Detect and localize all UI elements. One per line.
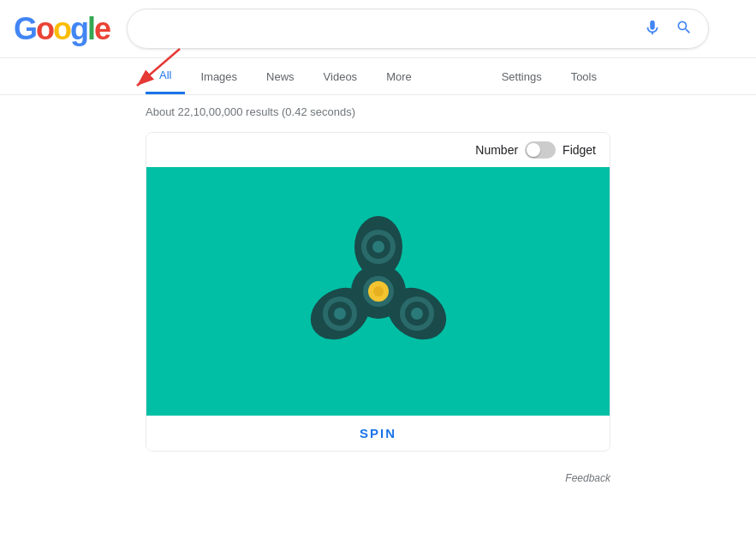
fidget-spinner-svg — [284, 197, 473, 386]
nav-item-videos[interactable]: Videos — [310, 60, 372, 93]
search-bar: Spinner — [127, 9, 709, 49]
search-input[interactable]: Spinner — [141, 20, 641, 38]
feedback-link[interactable]: Feedback — [565, 472, 610, 484]
logo-letter-e: e — [94, 11, 110, 46]
logo-letter-o1: o — [36, 11, 53, 46]
feedback-bar: Feedback — [0, 469, 756, 488]
mic-icon — [643, 18, 662, 37]
spinner-widget: Number Fidget — [146, 132, 610, 452]
nav-item-settings[interactable]: Settings — [488, 60, 556, 93]
toggle-number-label: Number — [475, 143, 518, 157]
widget-header: Number Fidget — [146, 133, 610, 167]
nav-item-all[interactable]: All — [146, 58, 185, 94]
logo-letter-o2: o — [53, 11, 70, 46]
nav-bar: All Images News Videos More Settings Too… — [0, 58, 756, 95]
google-logo[interactable]: Google — [14, 11, 110, 47]
toggle-switch[interactable] — [525, 141, 556, 159]
results-count: About 22,10,00,000 results (0.42 seconds… — [0, 99, 756, 125]
nav-item-tools[interactable]: Tools — [557, 60, 610, 93]
spin-button[interactable]: SPIN — [360, 426, 396, 440]
spinner-area[interactable] — [146, 167, 610, 416]
search-icon — [676, 19, 693, 36]
search-button[interactable] — [674, 17, 694, 40]
mic-button[interactable] — [641, 16, 664, 41]
nav-item-images[interactable]: Images — [187, 60, 251, 93]
logo-letter-g2: g — [70, 11, 87, 46]
nav-item-more[interactable]: More — [372, 60, 426, 93]
logo-letter-g: G — [14, 11, 36, 46]
nav-right: Settings Tools — [488, 60, 610, 93]
svg-point-11 — [334, 308, 346, 320]
svg-point-14 — [411, 308, 423, 320]
spin-button-area: SPIN — [146, 416, 610, 451]
toggle-fidget-label: Fidget — [563, 143, 596, 157]
nav-item-news[interactable]: News — [253, 60, 308, 93]
svg-point-17 — [373, 286, 384, 296]
nav-left: All Images News Videos More — [146, 58, 488, 94]
svg-point-8 — [372, 241, 384, 253]
search-icons — [641, 16, 694, 41]
logo-letter-l: l — [87, 11, 94, 46]
header: Google Spinner — [0, 0, 756, 58]
